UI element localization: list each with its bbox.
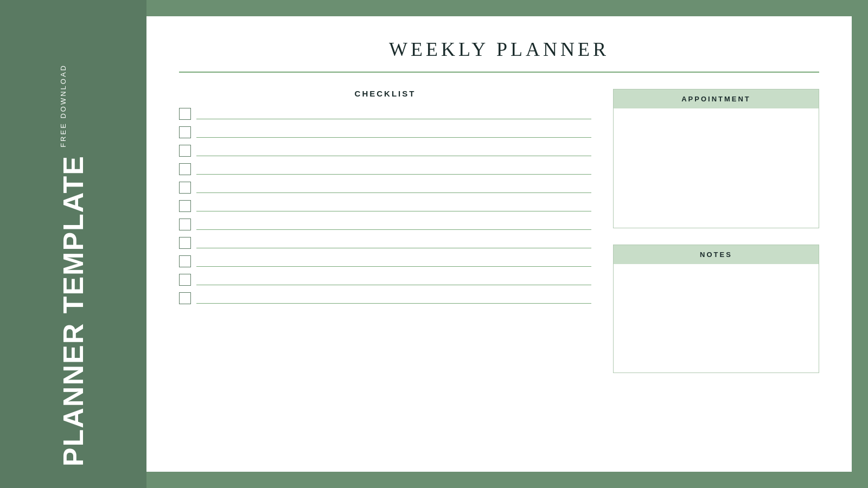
checkbox-7[interactable] bbox=[179, 219, 191, 230]
checklist-item bbox=[179, 274, 591, 286]
sidebar-text: FREE DOWNLOAD PLANNER TEMPLATE bbox=[59, 64, 87, 466]
checkbox-8[interactable] bbox=[179, 237, 191, 249]
top-accent bbox=[146, 0, 255, 16]
main-content: WEEKLY PLANNER CHECKLIST bbox=[146, 16, 852, 472]
checklist-item bbox=[179, 237, 591, 249]
checklist-item bbox=[179, 145, 591, 157]
checkbox-2[interactable] bbox=[179, 126, 191, 138]
checklist-line-10 bbox=[196, 274, 591, 285]
notes-box: NOTES bbox=[613, 245, 819, 373]
checklist-line-5 bbox=[196, 182, 591, 193]
checklist-item bbox=[179, 126, 591, 138]
sidebar-free-download: FREE DOWNLOAD bbox=[59, 64, 67, 147]
checkbox-10[interactable] bbox=[179, 274, 191, 286]
checklist-line-9 bbox=[196, 256, 591, 267]
checklist-item bbox=[179, 219, 591, 230]
checklist-line-6 bbox=[196, 201, 591, 211]
right-section: APPOINTMENT NOTES bbox=[613, 89, 819, 373]
checklist-line-7 bbox=[196, 219, 591, 230]
page-title: WEEKLY PLANNER bbox=[179, 38, 819, 61]
notes-body[interactable] bbox=[614, 264, 819, 373]
checklist-item bbox=[179, 108, 591, 120]
checklist-title: CHECKLIST bbox=[179, 89, 591, 98]
checklist-line-11 bbox=[196, 293, 591, 304]
checklist-item bbox=[179, 163, 591, 175]
divider bbox=[179, 72, 819, 73]
appointment-body[interactable] bbox=[614, 108, 819, 228]
checkbox-11[interactable] bbox=[179, 292, 191, 304]
checkbox-9[interactable] bbox=[179, 255, 191, 267]
appointment-box: APPOINTMENT bbox=[613, 89, 819, 228]
checkbox-1[interactable] bbox=[179, 108, 191, 120]
sidebar: FREE DOWNLOAD PLANNER TEMPLATE bbox=[0, 0, 146, 488]
checklist-section: CHECKLIST bbox=[179, 89, 591, 373]
sidebar-title: PLANNER TEMPLATE bbox=[59, 155, 87, 466]
checklist-item bbox=[179, 255, 591, 267]
appointment-header: APPOINTMENT bbox=[614, 89, 819, 108]
notes-header: NOTES bbox=[614, 245, 819, 264]
checklist-line-1 bbox=[196, 108, 591, 119]
checkbox-6[interactable] bbox=[179, 200, 191, 212]
checklist-line-3 bbox=[196, 145, 591, 156]
content-layout: CHECKLIST bbox=[179, 89, 819, 373]
checklist-item bbox=[179, 200, 591, 212]
checklist-line-4 bbox=[196, 164, 591, 175]
checklist-item bbox=[179, 292, 591, 304]
checklist-line-2 bbox=[196, 127, 591, 138]
checkbox-4[interactable] bbox=[179, 163, 191, 175]
checklist-line-8 bbox=[196, 237, 591, 248]
checkbox-5[interactable] bbox=[179, 182, 191, 194]
checkbox-3[interactable] bbox=[179, 145, 191, 157]
checklist-item bbox=[179, 182, 591, 194]
